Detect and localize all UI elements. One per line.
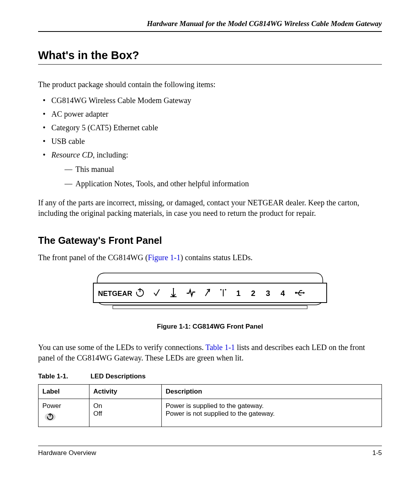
running-header: Hardware Manual for the Model CG814WG Wi…	[38, 19, 382, 32]
list-item: This manual	[51, 164, 382, 175]
lan-led-2: 2	[251, 289, 255, 298]
box-item-list: CG814WG Wireless Cable Modem Gateway AC …	[38, 95, 382, 189]
page: Hardware Manual for the Model CG814WG Wi…	[0, 0, 420, 504]
list-item: USB cable	[38, 136, 382, 147]
front-panel-figure: NETGEAR	[38, 271, 382, 331]
svg-point-6	[173, 288, 174, 289]
front-panel-svg: NETGEAR	[89, 271, 331, 310]
table-ref-link[interactable]: Table 1-1	[205, 343, 235, 352]
lan-led-1: 1	[236, 289, 240, 298]
list-item: CG814WG Wireless Cable Modem Gateway	[38, 95, 382, 106]
box-closing-paragraph: If any of the parts are incorrect, missi…	[38, 198, 382, 219]
table-row: Power On Off Power is supplied to the ga…	[38, 399, 382, 427]
th-label: Label	[38, 385, 89, 399]
front-panel-para2: You can use some of the LEDs to verify c…	[38, 342, 382, 363]
front-panel-para1: The front panel of the CG814WG (Figure 1…	[38, 252, 382, 263]
p2-pre: You can use some of the LEDs to verify c…	[38, 343, 205, 352]
led-table: Label Activity Description Power	[38, 384, 382, 427]
figure-ref-link[interactable]: Figure 1-1	[148, 253, 180, 262]
svg-point-9	[220, 289, 222, 290]
desc-on: Power is supplied to the gateway.	[166, 402, 378, 410]
section-title-box: What's in the Box?	[38, 49, 382, 65]
brand-label: NETGEAR	[98, 290, 132, 298]
resource-cd-suffix: , including:	[93, 150, 128, 159]
list-item: Application Notes, Tools, and other help…	[51, 178, 382, 189]
power-icon	[42, 412, 58, 424]
table-caption-label: Table 1-1.	[38, 373, 89, 380]
lan-led-4: 4	[280, 289, 285, 298]
list-item: Resource CD, including: This manual Appl…	[38, 150, 382, 189]
svg-rect-1	[113, 306, 307, 309]
desc-off: Power is not supplied to the gateway.	[166, 410, 378, 418]
page-footer: Hardware Overview 1-5	[38, 446, 382, 457]
activity-off: Off	[93, 410, 158, 418]
svg-point-10	[225, 289, 226, 290]
list-item: AC power adapter	[38, 109, 382, 119]
table-caption-title: LED Descriptions	[91, 373, 146, 380]
row-label: Power	[42, 402, 85, 410]
resource-subitems: This manual Application Notes, Tools, an…	[51, 164, 382, 189]
th-activity: Activity	[89, 385, 162, 399]
p1-post: ) contains status LEDs.	[180, 253, 253, 262]
footer-page-number: 1-5	[372, 449, 382, 457]
activity-on: On	[93, 402, 158, 410]
list-item: Category 5 (CAT5) Ethernet cable	[38, 122, 382, 133]
box-intro: The product package should contain the f…	[38, 79, 382, 90]
lan-led-3: 3	[266, 289, 270, 298]
footer-left: Hardware Overview	[38, 449, 96, 457]
p1-pre: The front panel of the CG814WG (	[38, 253, 148, 262]
section-title-front-panel: The Gateway's Front Panel	[38, 235, 382, 246]
resource-cd-label: Resource CD	[51, 150, 93, 159]
table-caption: Table 1-1. LED Descriptions	[38, 373, 382, 380]
figure-caption: Figure 1-1: CG814WG Front Panel	[38, 323, 382, 331]
th-description: Description	[162, 385, 382, 399]
